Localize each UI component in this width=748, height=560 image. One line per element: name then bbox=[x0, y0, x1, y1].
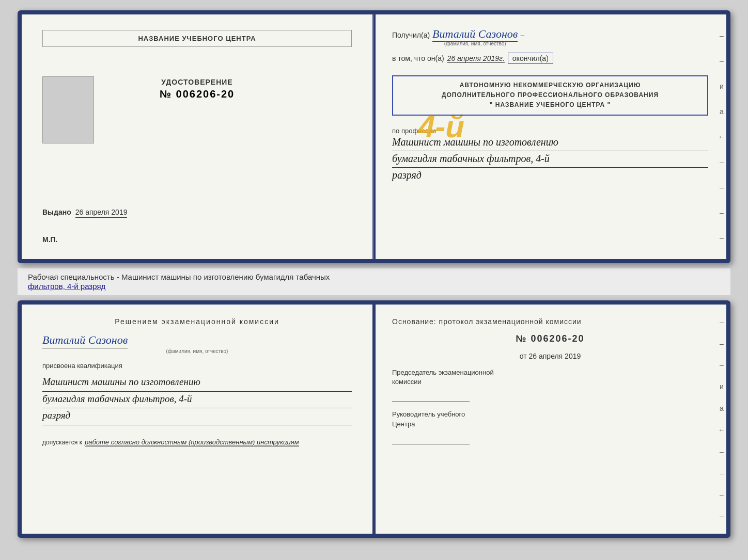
qualification-line3: разряд bbox=[42, 408, 352, 425]
protocol-date-value: 26 апреля 2019 bbox=[529, 352, 581, 360]
udostoverenie-title: УДОСТОВЕРЕНИЕ bbox=[160, 78, 235, 86]
org-stamp-line3: " НАЗВАНИЕ УЧЕБНОГО ЦЕНТРА " bbox=[401, 100, 699, 110]
org-stamp-line2: ДОПОЛНИТЕЛЬНОГО ПРОФЕССИОНАЛЬНОГО ОБРАЗО… bbox=[401, 90, 699, 100]
vtom-prefix: в том, что он(а) bbox=[392, 54, 444, 62]
допускается-label: допускается к работе согласно должностны… bbox=[42, 438, 352, 446]
org-stamp: АВТОНОМНУЮ НЕКОММЕРЧЕСКУЮ ОРГАНИЗАЦИЮ ДО… bbox=[392, 75, 708, 116]
recipient-name-top: Виталий Сазонов bbox=[432, 27, 518, 42]
b-side-dash-6: ← bbox=[718, 426, 725, 434]
vtom-date: 26 апреля 2019г. bbox=[447, 54, 505, 63]
osnование-text: Основание: протокол экзаменационной коми… bbox=[392, 317, 708, 326]
b-side-dash-10: – bbox=[720, 512, 724, 520]
b-side-dash-1: – bbox=[720, 318, 724, 326]
commission-decision: Решением экзаменационной комиссии bbox=[42, 317, 352, 326]
vydano-section: Выдано 26 апреля 2019 bbox=[42, 208, 352, 218]
head-label: Руководитель учебного Центра bbox=[392, 410, 708, 428]
b-side-dash-4: и bbox=[720, 382, 724, 391]
vydano-label: Выдано bbox=[42, 208, 71, 216]
head-section: Руководитель учебного Центра bbox=[392, 410, 708, 444]
b-side-dash-2: – bbox=[720, 340, 724, 348]
assigned-label: присвоена квалификация bbox=[42, 362, 352, 370]
b-side-dash-8: – bbox=[720, 469, 724, 477]
udostoverenie-section: УДОСТОВЕРЕНИЕ № 006206-20 bbox=[160, 78, 235, 100]
top-left-page: НАЗВАНИЕ УЧЕБНОГО ЦЕНТРА УДОСТОВЕРЕНИЕ №… bbox=[22, 14, 374, 259]
top-right-page: Получил(а) Виталий Сазонов (фамилия, имя… bbox=[374, 14, 726, 259]
side-dash-2: – bbox=[720, 57, 724, 65]
person-name-bottom: Виталий Сазонов bbox=[42, 333, 128, 348]
side-dash-7: – bbox=[720, 183, 724, 191]
recipient-subtitle-top: (фамилия, имя, отчество) bbox=[432, 41, 518, 46]
bottom-right-page: Основание: протокол экзаменационной коми… bbox=[374, 305, 726, 534]
chairman-label: Председатель экзаменационной комиссии bbox=[392, 368, 708, 387]
b-side-dash-7: – bbox=[720, 447, 724, 456]
head-signature-line bbox=[392, 434, 470, 444]
b-side-dash-3: – bbox=[720, 361, 724, 369]
qualification-line2: бумагидля табачных фильтров, 4-й bbox=[42, 392, 352, 409]
profession-line2-top: бумагидля табачных фильтров, 4-й bbox=[392, 151, 708, 168]
b-side-dash-9: – bbox=[720, 490, 724, 499]
protocol-date: от 26 апреля 2019 bbox=[392, 352, 708, 360]
qualification-line1: Машинист машины по изготовлению bbox=[42, 375, 352, 392]
mp-label: М.П. bbox=[42, 235, 58, 244]
specialty-text-normal: Рабочая специальность - Машинист машины … bbox=[28, 273, 330, 281]
side-dash-3: и bbox=[720, 82, 724, 90]
top-document: НАЗВАНИЕ УЧЕБНОГО ЦЕНТРА УДОСТОВЕРЕНИЕ №… bbox=[18, 10, 730, 263]
chairman-signature-line bbox=[392, 392, 470, 402]
side-dash-5: ← bbox=[718, 133, 725, 141]
vydano-date-top: 26 апреля 2019 bbox=[75, 208, 128, 218]
specialty-text-underline: фильтров, 4-й разряд bbox=[28, 282, 105, 291]
vtom-okончил: окончил(а) bbox=[508, 53, 553, 64]
side-dash-6: – bbox=[720, 158, 724, 166]
side-dash-8: – bbox=[720, 209, 724, 217]
vtom-line: в том, что он(а) 26 апреля 2019г. окончи… bbox=[392, 53, 708, 64]
protocol-number: № 006206-20 bbox=[392, 333, 708, 344]
specialty-strip: Рабочая специальность - Машинист машины … bbox=[18, 268, 730, 295]
bottom-left-page: Решением экзаменационной комиссии Витали… bbox=[22, 305, 374, 534]
допускается-value: работе согласно должностным (производств… bbox=[85, 438, 299, 446]
photo-placeholder bbox=[42, 76, 94, 143]
cert-number-top: № 006206-20 bbox=[160, 88, 235, 100]
org-stamp-line1: АВТОНОМНУЮ НЕКОММЕРЧЕСКУЮ ОРГАНИЗАЦИЮ bbox=[401, 81, 699, 90]
protocol-date-prefix: от bbox=[520, 352, 527, 360]
bottom-document: Решением экзаменационной комиссии Витали… bbox=[18, 300, 730, 538]
fio-subtitle-bottom: (фамилия, имя, отчество) bbox=[42, 348, 352, 354]
b-side-dash-5: а bbox=[720, 404, 724, 412]
recipient-line: Получил(а) Виталий Сазонов (фамилия, имя… bbox=[392, 27, 708, 46]
profession-line3-top: разряд bbox=[392, 168, 708, 182]
top-right-decorations: – – и а ← – – – – bbox=[717, 14, 726, 259]
side-dash-1: – bbox=[720, 31, 724, 40]
side-dash-4: а bbox=[720, 107, 724, 116]
page-container: НАЗВАНИЕ УЧЕБНОГО ЦЕНТРА УДОСТОВЕРЕНИЕ №… bbox=[0, 0, 748, 560]
training-center-label: НАЗВАНИЕ УЧЕБНОГО ЦЕНТРА bbox=[42, 30, 352, 47]
side-dash-9: – bbox=[720, 234, 724, 242]
bottom-right-decorations: – – – и а ← – – – – bbox=[717, 305, 726, 534]
recipient-prefix: Получил(а) bbox=[392, 31, 430, 39]
допускается-section: допускается к работе согласно должностны… bbox=[42, 438, 352, 446]
chairman-section: Председатель экзаменационной комиссии bbox=[392, 368, 708, 402]
